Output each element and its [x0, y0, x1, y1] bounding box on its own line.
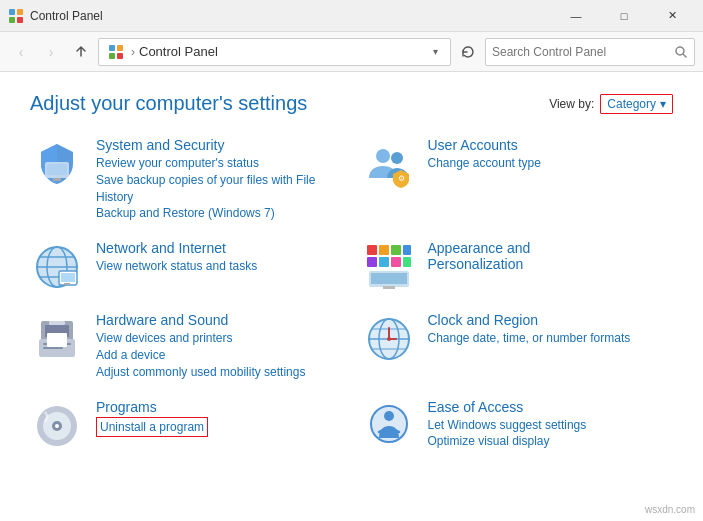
- svg-rect-34: [383, 286, 395, 289]
- minimize-button[interactable]: —: [553, 0, 599, 32]
- svg-rect-2: [9, 17, 15, 23]
- user-accounts-title[interactable]: User Accounts: [428, 137, 674, 153]
- svg-point-13: [391, 152, 403, 164]
- programs-icon: [30, 399, 84, 453]
- ease-of-access-link-1[interactable]: Let Windows suggest settings: [428, 417, 674, 434]
- view-by-container: View by: Category ▾: [549, 94, 673, 114]
- page-header: Adjust your computer's settings View by:…: [30, 92, 673, 115]
- network-title[interactable]: Network and Internet: [96, 240, 342, 256]
- svg-rect-23: [64, 283, 70, 285]
- category-appearance: Appearance andPersonalization: [362, 240, 674, 294]
- maximize-button[interactable]: □: [601, 0, 647, 32]
- appearance-title[interactable]: Appearance andPersonalization: [428, 240, 674, 272]
- svg-rect-4: [109, 45, 115, 51]
- svg-point-50: [387, 337, 391, 341]
- svg-rect-0: [9, 9, 15, 15]
- page-title: Adjust your computer's settings: [30, 92, 307, 115]
- svg-rect-30: [391, 257, 401, 267]
- programs-title[interactable]: Programs: [96, 399, 342, 415]
- svg-rect-27: [403, 245, 411, 255]
- search-input[interactable]: [492, 45, 674, 59]
- ease-of-access-icon: [362, 399, 416, 453]
- category-user-accounts: ⚙ User Accounts Change account type: [362, 137, 674, 222]
- system-security-content: System and Security Review your computer…: [96, 137, 342, 222]
- svg-rect-33: [371, 273, 407, 284]
- category-hardware: Hardware and Sound View devices and prin…: [30, 312, 342, 380]
- svg-text:⚙: ⚙: [398, 174, 405, 183]
- network-content: Network and Internet View network status…: [96, 240, 342, 275]
- title-bar: Control Panel — □ ✕: [0, 0, 703, 32]
- category-system-security: System and Security Review your computer…: [30, 137, 342, 222]
- svg-rect-25: [379, 245, 389, 255]
- hardware-link-3[interactable]: Adjust commonly used mobility settings: [96, 364, 342, 381]
- system-security-icon: [30, 137, 84, 191]
- network-icon: [30, 240, 84, 294]
- svg-point-54: [55, 424, 59, 428]
- svg-rect-22: [61, 273, 75, 282]
- up-button[interactable]: [68, 39, 94, 65]
- clock-content: Clock and Region Change date, time, or n…: [428, 312, 674, 347]
- address-dropdown-arrow[interactable]: ▾: [429, 46, 442, 57]
- svg-rect-41: [47, 333, 67, 347]
- category-clock: Clock and Region Change date, time, or n…: [362, 312, 674, 380]
- programs-link-1[interactable]: Uninstall a program: [96, 417, 208, 438]
- svg-rect-28: [367, 257, 377, 267]
- user-accounts-link-1[interactable]: Change account type: [428, 155, 674, 172]
- hardware-content: Hardware and Sound View devices and prin…: [96, 312, 342, 380]
- system-security-link-2[interactable]: Save backup copies of your files with Fi…: [96, 172, 342, 206]
- category-programs: Programs Uninstall a program: [30, 399, 342, 453]
- window-controls: — □ ✕: [553, 0, 695, 32]
- path-separator: ›: [131, 45, 135, 59]
- category-dropdown-value: Category: [607, 97, 656, 111]
- address-text: Control Panel: [139, 44, 429, 59]
- back-button[interactable]: ‹: [8, 39, 34, 65]
- svg-rect-29: [379, 257, 389, 267]
- svg-rect-6: [109, 53, 115, 59]
- ease-of-access-link-2[interactable]: Optimize visual display: [428, 433, 674, 450]
- search-box[interactable]: [485, 38, 695, 66]
- svg-rect-40: [49, 321, 65, 325]
- svg-rect-5: [117, 45, 123, 51]
- svg-rect-31: [403, 257, 411, 267]
- svg-rect-10: [47, 164, 67, 175]
- view-by-label: View by:: [549, 97, 594, 111]
- clock-title[interactable]: Clock and Region: [428, 312, 674, 328]
- watermark: wsxdn.com: [645, 504, 695, 515]
- clock-icon: [362, 312, 416, 366]
- category-dropdown-arrow: ▾: [660, 97, 666, 111]
- svg-rect-7: [117, 53, 123, 59]
- clock-link-1[interactable]: Change date, time, or number formats: [428, 330, 674, 347]
- network-link-1[interactable]: View network status and tasks: [96, 258, 342, 275]
- svg-point-8: [676, 47, 684, 55]
- address-bar: ‹ › › Control Panel ▾: [0, 32, 703, 72]
- svg-rect-39: [43, 347, 63, 349]
- user-accounts-icon: ⚙: [362, 137, 416, 191]
- svg-rect-11: [53, 178, 61, 181]
- address-path[interactable]: › Control Panel ▾: [98, 38, 451, 66]
- svg-point-12: [376, 149, 390, 163]
- forward-button[interactable]: ›: [38, 39, 64, 65]
- control-panel-path-icon: [107, 43, 125, 61]
- ease-of-access-title[interactable]: Ease of Access: [428, 399, 674, 415]
- system-security-title[interactable]: System and Security: [96, 137, 342, 153]
- close-button[interactable]: ✕: [649, 0, 695, 32]
- svg-point-57: [384, 411, 394, 421]
- category-dropdown[interactable]: Category ▾: [600, 94, 673, 114]
- user-accounts-content: User Accounts Change account type: [428, 137, 674, 172]
- appearance-icon: [362, 240, 416, 294]
- svg-rect-26: [391, 245, 401, 255]
- svg-rect-24: [367, 245, 377, 255]
- refresh-button[interactable]: [455, 39, 481, 65]
- svg-rect-3: [17, 17, 23, 23]
- hardware-title[interactable]: Hardware and Sound: [96, 312, 342, 328]
- category-network: Network and Internet View network status…: [30, 240, 342, 294]
- hardware-icon: [30, 312, 84, 366]
- category-ease-of-access: Ease of Access Let Windows suggest setti…: [362, 399, 674, 453]
- system-security-link-1[interactable]: Review your computer's status: [96, 155, 342, 172]
- search-button[interactable]: [674, 45, 688, 59]
- hardware-link-2[interactable]: Add a device: [96, 347, 342, 364]
- control-panel-icon: [8, 8, 24, 24]
- hardware-link-1[interactable]: View devices and printers: [96, 330, 342, 347]
- window-title: Control Panel: [30, 9, 553, 23]
- system-security-link-3[interactable]: Backup and Restore (Windows 7): [96, 205, 342, 222]
